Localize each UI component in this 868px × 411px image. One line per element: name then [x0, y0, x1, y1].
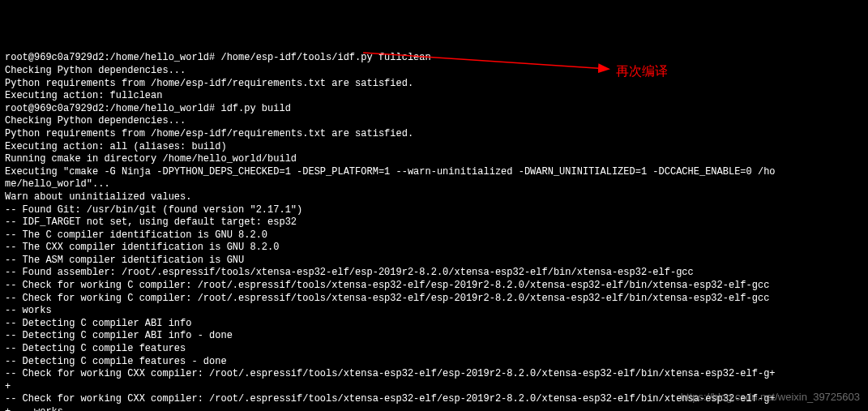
terminal-line: + -- works: [5, 406, 863, 411]
terminal-line: -- Detecting C compiler ABI info - done: [5, 330, 863, 343]
terminal-line: -- Found Git: /usr/bin/git (found versio…: [5, 204, 863, 217]
terminal-line: -- Detecting C compile features: [5, 343, 863, 356]
terminal-line: -- The C compiler identification is GNU …: [5, 229, 863, 242]
terminal-line: -- IDF_TARGET not set, using default tar…: [5, 216, 863, 229]
terminal-line: Executing action: all (aliases: build): [5, 141, 863, 154]
terminal-line: root@969c0a7929d2:/home/hello_world# idf…: [5, 103, 863, 116]
terminal-line: -- Check for working C compiler: /root/.…: [5, 293, 863, 306]
terminal-line: -- The CXX compiler identification is GN…: [5, 242, 863, 255]
terminal-line: me/hello_world"...: [5, 178, 863, 191]
watermark-text: https://blog.csdn.net/weixin_39725603: [681, 391, 860, 405]
annotation-label: 再次编译: [616, 63, 668, 80]
terminal-line: -- The ASM compiler identification is GN…: [5, 255, 863, 268]
terminal-line: Python requirements from /home/esp-idf/r…: [5, 78, 863, 91]
terminal-line: Checking Python dependencies...: [5, 115, 863, 128]
terminal-line: -- Check for working CXX compiler: /root…: [5, 368, 863, 381]
terminal-line: Executing action: fullclean: [5, 90, 863, 103]
terminal-line: -- Check for working C compiler: /root/.…: [5, 280, 863, 293]
terminal-line: -- works: [5, 305, 863, 318]
terminal-line: -- Found assembler: /root/.espressif/too…: [5, 267, 863, 280]
terminal-line: -- Detecting C compiler ABI info: [5, 318, 863, 331]
terminal-line: root@969c0a7929d2:/home/hello_world# /ho…: [5, 52, 863, 65]
terminal-line: -- Detecting C compile features - done: [5, 356, 863, 369]
terminal-line: Checking Python dependencies...: [5, 65, 863, 78]
terminal-line: Running cmake in directory /home/hello_w…: [5, 153, 863, 166]
terminal-line: Executing "cmake -G Ninja -DPYTHON_DEPS_…: [5, 166, 863, 179]
terminal-line: Warn about uninitialized values.: [5, 191, 863, 204]
terminal-line: Python requirements from /home/esp-idf/r…: [5, 128, 863, 141]
terminal-output: root@969c0a7929d2:/home/hello_world# /ho…: [5, 52, 863, 411]
